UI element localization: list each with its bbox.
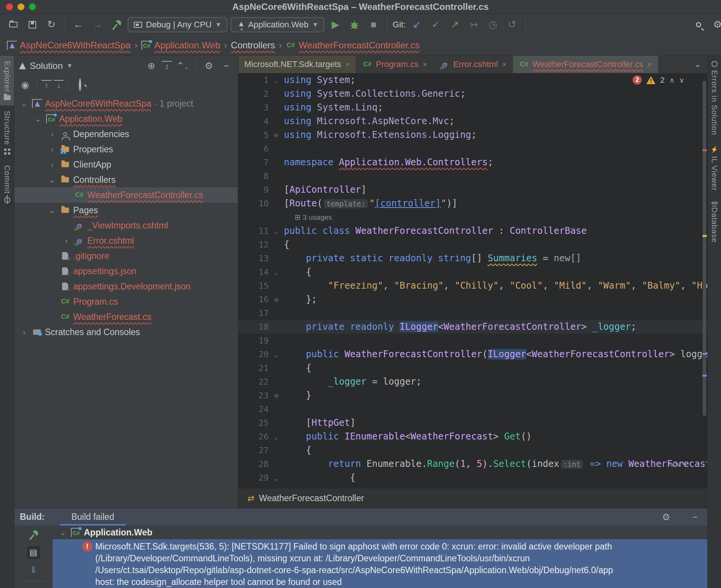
code-line-11[interactable]: 11⌄public class WeatherForecastControlle… — [238, 224, 707, 238]
git-commit-check-icon[interactable]: ✓ — [428, 17, 444, 32]
code-line-17[interactable]: 17 — [238, 306, 707, 320]
editor-tab-weatherforecastcontroller-cs[interactable]: C#WeatherForecastController.cs× — [513, 56, 658, 73]
stripe-tab-il-viewer[interactable]: ⚡IL Viewer — [708, 141, 721, 196]
tree-chevron-icon[interactable]: › — [47, 160, 57, 169]
tree-item-clientapp[interactable]: ›ClientApp — [14, 157, 238, 172]
settings-gear-icon[interactable]: ⚙ — [710, 17, 721, 32]
tree-chevron-icon[interactable]: ⌄ — [19, 99, 29, 108]
breadcrumb-item-application-web[interactable]: C#Application.Web — [141, 40, 220, 51]
error-stripe-mark[interactable] — [702, 353, 707, 355]
hidden-tabs-chevron-icon[interactable]: ⌄ — [688, 56, 707, 73]
export-to-file-icon[interactable]: ⇩ — [27, 564, 40, 577]
stop-button[interactable]: ■ — [365, 17, 381, 32]
breadcrumb-item-weatherforecastcontroller-cs[interactable]: C#WeatherForecastController.cs — [286, 40, 420, 51]
code-line-15[interactable]: 15 "Freezing", "Bracing", "Chilly", "Coo… — [238, 279, 707, 292]
tree-item-application-web[interactable]: ⌄C#Application.Web — [14, 111, 238, 126]
forward-icon[interactable]: → — [90, 17, 106, 32]
fold-marker-icon[interactable]: ⊖ — [269, 296, 284, 304]
search-tree-icon[interactable] — [73, 80, 87, 90]
editor-tab-microsoft-net-sdk-targets[interactable]: Microsoft.NET.Sdk.targets× — [238, 56, 356, 73]
back-icon[interactable]: ← — [70, 17, 87, 32]
git-push-icon[interactable]: ↗ — [447, 17, 463, 32]
code-line-2[interactable]: 2using System.Collections.Generic; — [238, 87, 707, 101]
tree-item-pages[interactable]: ⌄Pages — [14, 203, 238, 218]
tree-item-appsettings-json[interactable]: appsettings.json — [14, 264, 238, 279]
close-tab-icon[interactable]: × — [423, 60, 427, 69]
chevron-expanded-icon[interactable]: ⌄ — [58, 528, 68, 537]
code-line-14[interactable]: 14⌄ { — [238, 265, 707, 279]
inspections-widget[interactable]: 2 2 ∧ ∨ — [633, 75, 684, 85]
tree-item-scratches-and-consoles[interactable]: ›Scratches and Consoles — [14, 324, 238, 340]
code-line-23[interactable]: 23⊖ } — [238, 388, 707, 402]
fold-marker-icon[interactable]: ⊖ — [269, 391, 284, 399]
error-stripe-mark[interactable] — [702, 149, 707, 151]
prev-problem-icon[interactable]: ∧ — [669, 76, 675, 85]
code-line-5[interactable]: 5⊖using Microsoft.Extensions.Logging; — [238, 128, 707, 142]
close-tab-icon[interactable]: × — [345, 60, 350, 69]
tree-item--viewimports-cshtml[interactable]: @_ViewImports.cshtml — [14, 218, 238, 233]
tree-chevron-icon[interactable]: ⌄ — [33, 114, 43, 123]
rebuild-hammer-icon[interactable] — [27, 529, 40, 542]
close-tab-icon[interactable]: × — [647, 60, 652, 69]
tree-item-appsettings-development-json[interactable]: appsettings.Development.json — [14, 279, 238, 294]
code-line-7[interactable]: 7namespace Application.Web.Controllers; — [238, 155, 707, 169]
tree-chevron-icon[interactable]: ⌄ — [47, 175, 57, 184]
stripe-tab-structure[interactable]: Structure — [0, 105, 14, 160]
build-hammer-icon[interactable] — [109, 17, 125, 32]
fold-marker-icon[interactable]: ⌄ — [269, 433, 284, 441]
code-line-16[interactable]: 16⊖ }; — [238, 292, 707, 306]
editor-scrollbar[interactable] — [703, 81, 706, 416]
debug-button[interactable] — [346, 17, 362, 32]
code-line-20[interactable]: 20⌄ public WeatherForecastController(ILo… — [238, 347, 707, 361]
code-line-19[interactable]: 19 — [238, 334, 707, 347]
git-update-icon[interactable]: ↙ — [409, 17, 425, 32]
code-line-21[interactable]: 21 { — [238, 361, 707, 375]
error-stripe-mark[interactable] — [702, 235, 707, 237]
code-line-27[interactable]: 27 { — [238, 443, 707, 457]
code-line-8[interactable]: 8 — [238, 169, 707, 183]
run-target-select[interactable]: Application.Web ▼ — [231, 17, 324, 32]
code-editor[interactable]: 1⌄using System;2using System.Collections… — [238, 73, 707, 488]
zoom-window-button[interactable] — [29, 3, 36, 10]
code-line-12[interactable]: 12{ — [238, 238, 707, 251]
tree-item-dependencies[interactable]: ›Dependencies — [14, 126, 238, 142]
hide-build-panel-icon[interactable]: − — [688, 512, 702, 522]
undo-icon[interactable]: ↺ — [504, 17, 520, 32]
code-line-25[interactable]: 25 [HttpGet] — [238, 416, 707, 430]
stripe-tab-database[interactable]: Database — [708, 197, 721, 248]
panel-settings-gear-icon[interactable]: ⚙ — [202, 61, 216, 71]
stripe-tab-errors-in-solution[interactable]: Errors in Solution — [708, 56, 721, 141]
code-line-18[interactable]: 18 private readonly ILogger<WeatherForec… — [238, 320, 707, 334]
build-failed-tab[interactable]: Build failed — [60, 508, 126, 526]
tree-item-error-cshtml[interactable]: ›@Error.cshtml — [14, 233, 238, 248]
tree-item-aspnecore6withreactspa[interactable]: ⌄AspNeCore6WithReactSpa · 1 project — [14, 96, 238, 111]
fold-marker-icon[interactable]: ⌄ — [269, 76, 284, 84]
editor-tab-error-cshtml[interactable]: @Error.cshtml× — [434, 56, 513, 73]
code-line-24[interactable]: 24 — [238, 402, 707, 416]
code-line-28[interactable]: 28 return Enumerable.Range(1, 5).Select(… — [238, 457, 707, 471]
tree-chevron-icon[interactable]: ⌄ — [47, 206, 57, 215]
build-settings-gear-icon[interactable]: ⚙ — [659, 512, 673, 522]
breadcrumb-item-controllers[interactable]: Controllers — [231, 40, 275, 51]
fold-marker-icon[interactable]: ⌄ — [269, 350, 284, 358]
tree-item-weatherforecastcontroller-cs[interactable]: C#WeatherForecastController.cs — [14, 187, 238, 203]
search-everywhere-icon[interactable] — [691, 17, 707, 32]
tree-chevron-icon[interactable]: › — [47, 130, 57, 139]
tree-item-controllers[interactable]: ⌄Controllers — [14, 172, 238, 187]
tree-chevron-icon[interactable]: › — [19, 328, 29, 337]
save-all-icon[interactable] — [24, 17, 40, 32]
next-problem-icon[interactable]: ∨ — [679, 76, 684, 85]
chevron-down-icon[interactable]: ▼ — [67, 62, 73, 69]
history-clock-icon[interactable]: ◷ — [485, 17, 501, 32]
scroll-to-top-icon[interactable]: ↑ — [42, 80, 51, 90]
locate-file-icon[interactable]: ⊕ — [144, 61, 158, 71]
fold-marker-icon[interactable]: ⊖ — [269, 131, 284, 139]
code-line-4[interactable]: 4using Microsoft.AspNetCore.Mvc; — [238, 114, 707, 128]
tree-item-weatherforecast-cs[interactable]: C#WeatherForecast.cs — [14, 309, 238, 324]
build-error-message[interactable]: ! Microsoft.NET.Sdk.targets(536, 5): [NE… — [53, 539, 707, 588]
error-stripe-mark[interactable] — [702, 375, 707, 377]
code-line-26[interactable]: 26⌄ public IEnumerable<WeatherForecast> … — [238, 430, 707, 443]
tree-item-properties[interactable]: ›Properties — [14, 142, 238, 157]
run-configuration-select[interactable]: Debug | Any CPU ▼ — [128, 17, 228, 32]
tree-chevron-icon[interactable]: › — [61, 236, 71, 245]
